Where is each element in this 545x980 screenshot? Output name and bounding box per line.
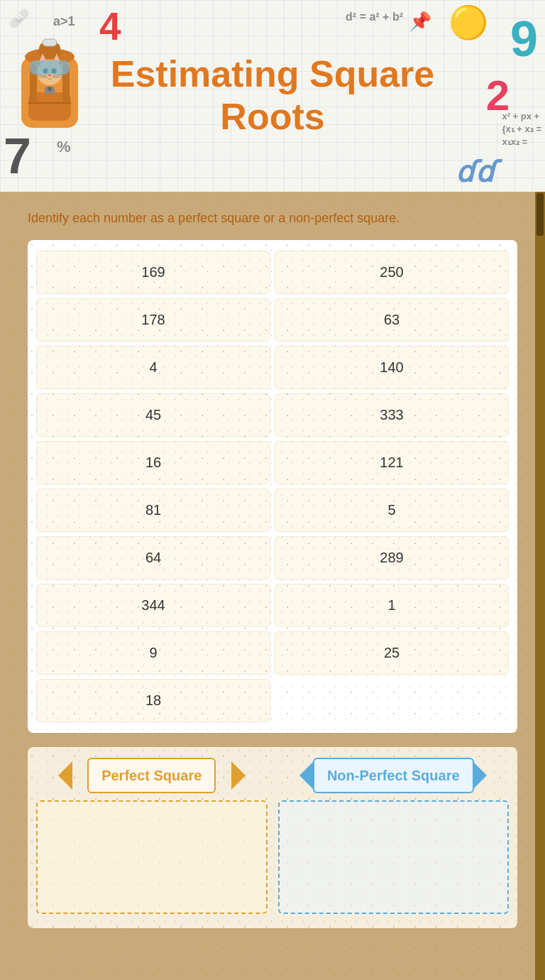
perfect-square-column: Perfect Square xyxy=(36,758,268,914)
scrollbar[interactable] xyxy=(535,192,545,980)
number-cell-169[interactable]: 169 xyxy=(36,251,270,294)
arrow-right-perfect-icon xyxy=(231,761,246,790)
non-perfect-square-column: Non-Perfect Square xyxy=(278,758,510,914)
non-perfect-square-badge: Non-Perfect Square xyxy=(301,758,485,793)
non-perfect-square-label: Non-Perfect Square xyxy=(313,758,474,793)
number-cell-140[interactable]: 140 xyxy=(275,346,509,389)
page-wrapper: 🩹 a>1 4 7 % d² = a² + b² 9 2 x² + px +{x… xyxy=(0,0,545,980)
sort-area: Perfect Square Non-Perfect Square xyxy=(28,747,517,928)
perfect-square-badge: Perfect Square xyxy=(60,758,244,793)
deco-formula: x² + px +{x₁ + x₂ = x₁x₂ = xyxy=(502,110,541,149)
numbers-grid: 1692501786341404533316121815642893441925… xyxy=(36,251,509,722)
non-perfect-square-drop-zone[interactable] xyxy=(278,800,510,914)
number-cell-63[interactable]: 63 xyxy=(275,298,509,342)
page-title: Estimating Square Roots xyxy=(68,53,478,138)
arrow-left-perfect-icon xyxy=(58,761,72,790)
svg-point-24 xyxy=(48,87,52,91)
perfect-square-label: Perfect Square xyxy=(87,758,216,793)
deco-cursive: ɗɗ xyxy=(456,156,495,188)
number-cell-250[interactable]: 250 xyxy=(275,251,509,294)
number-cell-25[interactable]: 25 xyxy=(275,631,509,675)
ring-icon: 🟡 xyxy=(448,4,488,41)
arrow-left-nonperfect-icon xyxy=(299,761,314,790)
deco-d2-formula: d² = a² + b² xyxy=(346,11,403,23)
number-cell-9[interactable]: 9 xyxy=(36,631,270,675)
svg-rect-22 xyxy=(30,60,70,75)
arrow-right-nonperfect-icon xyxy=(473,761,487,790)
number-cell-289[interactable]: 289 xyxy=(275,536,509,579)
number-cell-81[interactable]: 81 xyxy=(36,489,270,532)
pushpin-icon: 📌 xyxy=(409,11,431,33)
number-cell-64[interactable]: 64 xyxy=(36,536,270,579)
number-cell-333[interactable]: 333 xyxy=(275,393,509,437)
number-cell-45[interactable]: 45 xyxy=(36,393,270,437)
instruction-text: Identify each number as a perfect square… xyxy=(28,209,517,227)
deco-9: 9 xyxy=(510,11,538,67)
deco-4: 4 xyxy=(99,4,121,49)
backpack-illustration xyxy=(7,21,92,142)
main-content: Identify each number as a perfect square… xyxy=(13,192,532,960)
number-cell-5[interactable]: 5 xyxy=(275,489,509,532)
number-cell-16[interactable]: 16 xyxy=(36,441,270,484)
scrollbar-thumb[interactable] xyxy=(536,193,544,236)
number-cell-178[interactable]: 178 xyxy=(36,298,270,342)
header: 🩹 a>1 4 7 % d² = a² + b² 9 2 x² + px +{x… xyxy=(0,0,545,192)
svg-rect-5 xyxy=(43,39,57,46)
perfect-square-drop-zone[interactable] xyxy=(36,800,268,914)
number-cell-121[interactable]: 121 xyxy=(275,441,509,484)
numbers-grid-container: 1692501786341404533316121815642893441925… xyxy=(28,240,517,733)
number-cell-4[interactable]: 4 xyxy=(36,346,270,389)
number-cell-344[interactable]: 344 xyxy=(36,584,270,627)
number-cell-18[interactable]: 18 xyxy=(36,679,270,722)
number-cell-1[interactable]: 1 xyxy=(275,584,509,627)
